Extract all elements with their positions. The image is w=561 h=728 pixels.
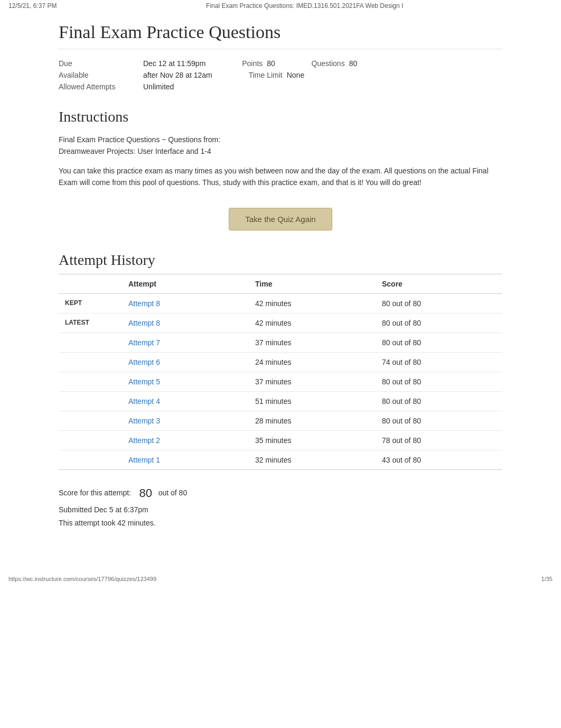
top-bar-title: Final Exam Practice Questions: IMED.1316… (206, 2, 403, 10)
row-tag (59, 333, 122, 352)
row-tag (59, 352, 122, 372)
meta-points-value: 80 (267, 59, 275, 68)
row-tag (59, 430, 122, 450)
row-attempt[interactable]: Attempt 8 (122, 293, 249, 313)
top-bar-datetime: 12/5/21, 6:37 PM (8, 2, 57, 10)
meta-questions-label: Questions (312, 59, 345, 68)
attempt-link[interactable]: Attempt 8 (128, 299, 160, 308)
col-attempt-header: Attempt (122, 274, 249, 293)
meta-timelimit-value: None (287, 71, 304, 79)
quiz-button-container: Take the Quiz Again (59, 208, 502, 231)
score-duration: This attempt took 42 minutes. (59, 517, 502, 530)
attempt-link[interactable]: Attempt 1 (128, 456, 160, 464)
attempt-link[interactable]: Attempt 8 (128, 319, 160, 327)
row-score: 43 out of 80 (376, 450, 502, 469)
row-tag (59, 372, 122, 391)
row-tag (59, 450, 122, 469)
row-score: 80 out of 80 (376, 313, 502, 333)
col-score-header: Score (376, 274, 502, 293)
score-number: 80 (139, 486, 152, 500)
meta-row-attempts: Allowed Attempts Unlimited (59, 81, 502, 93)
meta-available-label: Available (59, 71, 143, 79)
row-score: 80 out of 80 (376, 391, 502, 411)
row-attempt[interactable]: Attempt 3 (122, 411, 249, 430)
row-attempt[interactable]: Attempt 4 (122, 391, 249, 411)
table-row: Attempt 132 minutes43 out of 80 (59, 450, 502, 469)
score-summary: Score for this attempt: 80 out of 80 Sub… (59, 483, 502, 530)
instructions-title: Instructions (59, 108, 502, 125)
meta-available-value: after Nov 28 at 12am (143, 71, 212, 79)
meta-attempts-value: Unlimited (143, 82, 174, 91)
col-time-header: Time (249, 274, 376, 293)
row-tag: KEPT (59, 293, 122, 313)
row-tag (59, 391, 122, 411)
score-for-attempt-label: Score for this attempt: (59, 488, 131, 496)
table-row: LATESTAttempt 842 minutes80 out of 80 (59, 313, 502, 333)
row-attempt[interactable]: Attempt 6 (122, 352, 249, 372)
attempt-link[interactable]: Attempt 6 (128, 358, 160, 366)
attempt-link[interactable]: Attempt 7 (128, 338, 160, 347)
row-time: 42 minutes (249, 293, 376, 313)
row-time: 37 minutes (249, 372, 376, 391)
table-row: Attempt 451 minutes80 out of 80 (59, 391, 502, 411)
table-row: Attempt 235 minutes78 out of 80 (59, 430, 502, 450)
row-score: 80 out of 80 (376, 411, 502, 430)
row-tag (59, 411, 122, 430)
top-bar: 12/5/21, 6:37 PM Final Exam Practice Que… (0, 0, 561, 12)
table-row: Attempt 328 minutes80 out of 80 (59, 411, 502, 430)
row-score: 80 out of 80 (376, 293, 502, 313)
table-row: Attempt 737 minutes80 out of 80 (59, 333, 502, 352)
meta-due-label: Due (59, 59, 143, 68)
meta-timelimit-label: Time Limit (249, 71, 283, 79)
meta-table: Due Dec 12 at 11:59pm Points 80 Question… (59, 58, 502, 93)
meta-attempts-label: Allowed Attempts (59, 82, 143, 91)
table-header-row: Attempt Time Score (59, 274, 502, 293)
attempt-link[interactable]: Attempt 3 (128, 417, 160, 425)
meta-questions-value: 80 (349, 59, 358, 68)
score-submitted: Submitted Dec 5 at 6:37pm (59, 503, 502, 517)
row-score: 78 out of 80 (376, 430, 502, 450)
row-score: 80 out of 80 (376, 333, 502, 352)
attempt-link[interactable]: Attempt 5 (128, 377, 160, 386)
score-summary-line1: Score for this attempt: 80 out of 80 (59, 483, 502, 504)
row-time: 35 minutes (249, 430, 376, 450)
footer-bar: https://wc.instructure.com/courses/17796… (0, 573, 561, 585)
table-row: KEPTAttempt 842 minutes80 out of 80 (59, 293, 502, 313)
row-time: 51 minutes (249, 391, 376, 411)
instructions-paragraph: You can take this practice exam as many … (59, 165, 502, 189)
row-score: 80 out of 80 (376, 372, 502, 391)
row-score: 74 out of 80 (376, 352, 502, 372)
table-row: Attempt 624 minutes74 out of 80 (59, 352, 502, 372)
footer-url: https://wc.instructure.com/courses/17796… (8, 576, 156, 582)
row-attempt[interactable]: Attempt 2 (122, 430, 249, 450)
col-tag-header (59, 274, 122, 293)
row-time: 32 minutes (249, 450, 376, 469)
meta-points-label: Points (242, 59, 263, 68)
score-suffix: out of 80 (158, 488, 188, 496)
attempt-link[interactable]: Attempt 4 (128, 397, 160, 406)
attempt-history-table: Attempt Time Score KEPTAttempt 842 minut… (59, 274, 502, 470)
instructions-line1: Final Exam Practice Questions ~ Question… (59, 134, 502, 158)
row-attempt[interactable]: Attempt 5 (122, 372, 249, 391)
row-attempt[interactable]: Attempt 1 (122, 450, 249, 469)
row-time: 37 minutes (249, 333, 376, 352)
row-tag: LATEST (59, 313, 122, 333)
meta-row-available: Available after Nov 28 at 12am Time Limi… (59, 69, 502, 81)
row-time: 24 minutes (249, 352, 376, 372)
row-time: 28 minutes (249, 411, 376, 430)
row-time: 42 minutes (249, 313, 376, 333)
row-attempt[interactable]: Attempt 7 (122, 333, 249, 352)
meta-due-value: Dec 12 at 11:59pm (143, 59, 205, 68)
row-attempt[interactable]: Attempt 8 (122, 313, 249, 333)
attempt-history-title: Attempt History (59, 252, 502, 269)
main-container: Final Exam Practice Questions Due Dec 12… (43, 12, 518, 551)
take-quiz-button[interactable]: Take the Quiz Again (229, 208, 332, 231)
page-title: Final Exam Practice Questions (59, 17, 502, 49)
table-row: Attempt 537 minutes80 out of 80 (59, 372, 502, 391)
attempt-link[interactable]: Attempt 2 (128, 436, 160, 445)
footer-page: 1/35 (541, 576, 553, 582)
meta-row-due: Due Dec 12 at 11:59pm Points 80 Question… (59, 58, 502, 69)
